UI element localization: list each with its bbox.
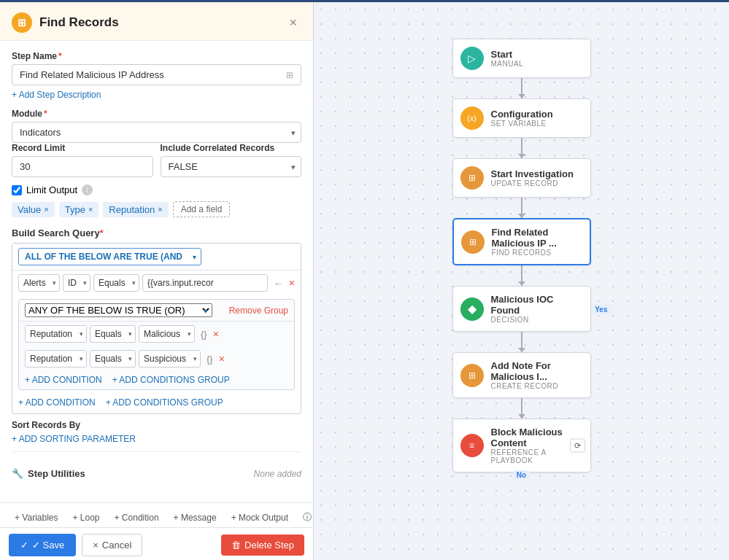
qb-grp-row2-remove[interactable]: × xyxy=(219,353,225,365)
module-label: Module xyxy=(12,109,301,119)
add-conditions-group-1-link[interactable]: + ADD CONDITIONS GROUP xyxy=(112,375,230,385)
tag-value: Value × xyxy=(12,202,55,217)
qb-grp-row2-value[interactable]: Suspicious xyxy=(139,350,201,368)
module-select[interactable]: IndicatorsAlertsIncidentsAssets xyxy=(12,122,301,143)
yes-label: Yes xyxy=(591,304,611,314)
add-desc-link[interactable]: + Add Step Description xyxy=(12,90,101,100)
none-added-label: None added xyxy=(254,469,301,479)
tab-condition[interactable]: + Condition xyxy=(107,508,166,527)
include-correlated-select[interactable]: FALSE TRUE xyxy=(161,156,302,177)
include-correlated-label: Include Correlated Records xyxy=(161,143,302,153)
qb-grp-row1-ref-btn[interactable]: {} xyxy=(198,327,210,341)
node-config-box[interactable]: (x) Configuration SET VARIABLE xyxy=(452,98,591,138)
delete-icon: 🗑 xyxy=(231,540,241,551)
close-button[interactable]: × xyxy=(285,14,301,32)
step-name-input[interactable] xyxy=(20,69,286,80)
footer-tabs: + Variables + Loop + Condition + Message… xyxy=(0,503,313,528)
node-block-type: REFERENCE A PLAYBOOK xyxy=(491,448,582,464)
tab-ignore-error[interactable]: ⓘ Ignore Error xyxy=(296,508,313,527)
tag-reputation-close[interactable]: × xyxy=(158,205,162,214)
node-find-rel-box[interactable]: ⊞ Find Related Malicious IP ... FIND REC… xyxy=(452,218,591,265)
qb-row1-subfield-wrap[interactable]: ID xyxy=(63,274,90,292)
panel-title: Find Records xyxy=(39,15,119,30)
qb-row1-subfield[interactable]: ID xyxy=(63,274,90,292)
tags-row: Value × Type × Reputation × Add a field xyxy=(12,201,301,217)
qb-top-op-wrap[interactable]: ALL OF THE BELOW ARE TRUE (AND ANY OF TH… xyxy=(18,248,201,265)
qb-row1-field-wrap[interactable]: Alerts xyxy=(18,274,60,292)
delete-label: Delete Step xyxy=(244,540,294,551)
qb-top-op-select[interactable]: ALL OF THE BELOW ARE TRUE (AND ANY OF TH… xyxy=(18,248,201,265)
tab-message[interactable]: + Message xyxy=(166,508,224,527)
add-conditions-group-2-link[interactable]: + ADD CONDITIONS GROUP xyxy=(106,397,223,408)
include-correlated-select-wrap[interactable]: FALSE TRUE xyxy=(161,156,302,177)
panel-header-left: ⊞ Find Records xyxy=(12,12,119,33)
node-find-rel-text: Find Related Malicious IP ... FIND RECOR… xyxy=(492,227,581,257)
record-limit-field[interactable] xyxy=(12,156,153,177)
delete-step-button[interactable]: 🗑 Delete Step xyxy=(221,534,304,556)
tab-mock-output[interactable]: + Mock Output xyxy=(224,508,296,527)
qb-row1-field[interactable]: Alerts xyxy=(18,274,60,292)
qb-grp-row1-value-wrap[interactable]: Malicious xyxy=(139,325,195,343)
qb-grp-row1-condition[interactable]: Equals xyxy=(90,325,136,343)
footer-actions: ✓ ✓ Save × Cancel 🗑 Delete Step xyxy=(0,528,313,560)
node-config: (x) Configuration SET VARIABLE xyxy=(452,98,591,138)
node-start-text: Start MANUAL xyxy=(491,49,524,68)
qb-grp-row2-condition-wrap[interactable]: Equals xyxy=(90,350,136,368)
sort-label: Sort Records By xyxy=(12,420,301,430)
node-block-box[interactable]: ≡ Block Malicious Content REFERENCE A PL… xyxy=(452,419,591,472)
qb-group-op-wrap[interactable]: ANY OF THE BELOW IS TRUE (OR) ALL OF THE… xyxy=(25,303,212,317)
scroll-btn[interactable]: ⟳ xyxy=(570,439,585,453)
qb-row1-remove[interactable]: × xyxy=(289,277,295,289)
step-name-field[interactable]: ⊞ xyxy=(12,64,301,85)
node-add-note-box[interactable]: ⊞ Add Note For Malicious I... CREATE REC… xyxy=(452,352,591,398)
tag-type-close[interactable]: × xyxy=(88,205,93,214)
qb-grp-row1-value[interactable]: Malicious xyxy=(139,325,195,343)
node-start-box[interactable]: ▷ Start MANUAL xyxy=(452,39,591,78)
qb-row1-ref-btn[interactable]: ← xyxy=(271,276,286,290)
qb-row1-condition-wrap[interactable]: Equals xyxy=(93,274,139,292)
add-field-button[interactable]: Add a field xyxy=(173,201,231,217)
qb-grp-row1-condition-wrap[interactable]: Equals xyxy=(90,325,136,343)
qb-group-op-select[interactable]: ANY OF THE BELOW IS TRUE (OR) ALL OF THE… xyxy=(25,303,212,317)
record-limit-input[interactable] xyxy=(20,161,145,172)
tag-value-label: Value xyxy=(18,204,41,215)
node-start-inv-box[interactable]: ⊞ Start Investigation UPDATE RECORD xyxy=(452,158,591,198)
qb-grp-row2-value-wrap[interactable]: Suspicious xyxy=(139,350,201,368)
node-start-inv-text: Start Investigation UPDATE RECORD xyxy=(491,168,574,187)
tag-value-close[interactable]: × xyxy=(44,205,48,214)
limit-output-checkbox[interactable] xyxy=(12,185,22,195)
add-condition-1-link[interactable]: + ADD CONDITION xyxy=(25,375,102,385)
connector-2 xyxy=(521,138,522,158)
add-condition-2-link[interactable]: + ADD CONDITION xyxy=(18,397,96,408)
info-icon[interactable]: i xyxy=(82,184,93,195)
qb-grp-row1-field-wrap[interactable]: Reputation xyxy=(25,325,87,343)
remove-group-button[interactable]: Remove Group xyxy=(229,306,288,316)
node-start-inv-icon: ⊞ xyxy=(460,166,484,190)
connector-1 xyxy=(521,78,522,98)
wrench-icon: 🔧 xyxy=(12,468,23,479)
add-sort-link[interactable]: + ADD SORTING PARAMETER xyxy=(12,434,136,444)
panel-body: Step Name ⊞ + Add Step Description Modul… xyxy=(0,41,313,502)
qb-grp-row2-field-wrap[interactable]: Reputation xyxy=(25,350,87,368)
qb-grp-row2-ref-btn[interactable]: {} xyxy=(204,352,216,366)
cancel-button[interactable]: × Cancel xyxy=(82,534,142,556)
tab-loop[interactable]: + Loop xyxy=(65,508,107,527)
cancel-label: Cancel xyxy=(102,540,131,551)
save-button[interactable]: ✓ ✓ Save xyxy=(9,534,76,556)
node-malicious-type: DECISION xyxy=(491,316,582,324)
qb-grp-row1-field[interactable]: Reputation xyxy=(25,325,87,343)
tab-variables[interactable]: + Variables xyxy=(7,508,65,527)
tag-reputation-label: Reputation xyxy=(109,204,155,215)
node-start-icon: ▷ xyxy=(460,47,484,70)
qb-row1-value[interactable] xyxy=(142,274,268,292)
node-malicious-box[interactable]: ◆ Malicious IOC Found DECISION xyxy=(452,286,591,332)
qb-grp-row2-field[interactable]: Reputation xyxy=(25,350,87,368)
module-select-wrap[interactable]: IndicatorsAlertsIncidentsAssets xyxy=(12,122,301,143)
qb-grp-row2-condition[interactable]: Equals xyxy=(90,350,136,368)
include-correlated-col: Include Correlated Records FALSE TRUE xyxy=(161,143,302,177)
qb-grp-row1-remove[interactable]: × xyxy=(213,328,219,340)
node-add-note-text: Add Note For Malicious I... CREATE RECOR… xyxy=(491,360,582,390)
qb-row1-condition[interactable]: Equals xyxy=(93,274,139,292)
node-add-note-type: CREATE RECORD xyxy=(491,382,582,390)
record-limit-col: Record Limit xyxy=(12,143,153,177)
